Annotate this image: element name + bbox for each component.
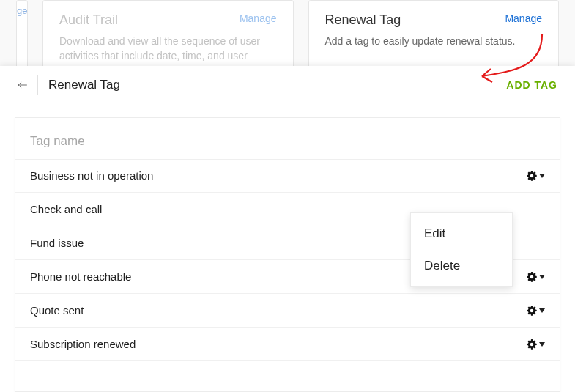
panel-header: Renewal Tag ADD TAG — [0, 66, 575, 104]
tag-row: Subscription renewed — [15, 328, 560, 361]
audit-trail-card: Audit Trail Manage Download and view all… — [42, 0, 294, 73]
caret-down-icon — [539, 342, 545, 347]
tag-actions-button[interactable] — [526, 271, 545, 283]
caret-down-icon — [539, 275, 545, 279]
caret-down-icon — [539, 174, 545, 178]
menu-delete[interactable]: Delete — [411, 250, 512, 282]
tag-actions-button[interactable] — [526, 305, 545, 317]
audit-title: Audit Trail — [59, 12, 118, 28]
tag-actions-menu: Edit Delete — [410, 212, 513, 287]
arrow-left-icon — [18, 78, 27, 92]
gear-icon — [526, 170, 538, 182]
tag-row: Business not in operation — [15, 159, 560, 193]
add-tag-button[interactable]: ADD TAG — [506, 79, 557, 91]
panel-title: Renewal Tag — [48, 78, 120, 92]
background-cards: ge Audit Trail Manage Download and view … — [0, 0, 575, 73]
tag-row: Quote sent — [15, 294, 560, 328]
renewal-title: Renewal Tag — [325, 12, 401, 28]
back-button[interactable] — [18, 75, 38, 95]
renewal-tag-card: Renewal Tag Manage Add a tag to easily u… — [308, 0, 560, 73]
renewal-manage-link[interactable]: Manage — [505, 12, 542, 24]
audit-manage-link[interactable]: Manage — [240, 12, 277, 24]
tag-name: Subscription renewed — [30, 338, 136, 350]
column-tag-name: Tag name — [15, 118, 560, 160]
renewal-desc: Add a tag to easily update renewal statu… — [325, 34, 543, 48]
card-sliver-label: ge — [17, 1, 27, 16]
audit-desc: Download and view all the sequence of us… — [59, 34, 277, 64]
tag-name: Quote sent — [30, 304, 84, 317]
gear-icon — [526, 305, 538, 317]
gear-icon — [526, 339, 538, 350]
tag-actions-button[interactable] — [526, 339, 545, 350]
tag-name: Business not in operation — [30, 169, 153, 182]
tag-actions-button[interactable] — [526, 170, 545, 182]
caret-down-icon — [539, 308, 545, 313]
menu-edit[interactable]: Edit — [411, 218, 512, 250]
gear-icon — [526, 271, 538, 283]
tag-name: Check and call — [30, 203, 102, 215]
card-sliver: ge — [16, 0, 28, 73]
tag-name: Phone not reachable — [30, 270, 131, 283]
tag-name: Fund issue — [30, 237, 84, 249]
